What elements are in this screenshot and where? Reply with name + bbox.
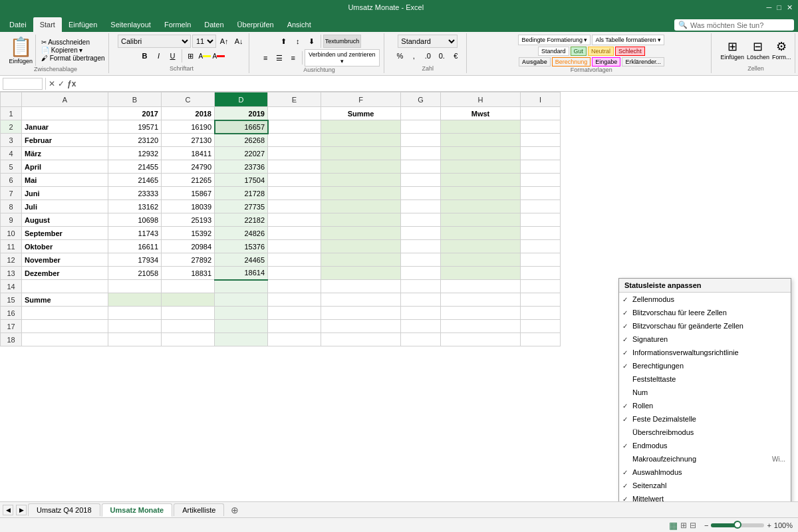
align-right-btn[interactable]: ≡ bbox=[287, 51, 300, 65]
cell-G9[interactable] bbox=[401, 213, 441, 227]
cell-F16[interactable] bbox=[321, 307, 401, 320]
cell-E5[interactable] bbox=[268, 160, 321, 174]
cell-B17[interactable] bbox=[108, 320, 162, 333]
fill-color-btn[interactable]: A bbox=[198, 49, 211, 63]
cell-E16[interactable] bbox=[268, 307, 321, 320]
row-header-9[interactable]: 9 bbox=[1, 213, 22, 227]
add-sheet-button[interactable]: ⊕ bbox=[225, 503, 244, 517]
cell-E7[interactable] bbox=[268, 187, 321, 200]
align-middle-btn[interactable]: ↕ bbox=[291, 35, 305, 48]
row-header-8[interactable]: 8 bbox=[1, 200, 22, 213]
cell-D3[interactable]: 26268 bbox=[215, 134, 268, 147]
cell-E6[interactable] bbox=[268, 174, 321, 187]
cell-A3[interactable]: Februar bbox=[22, 134, 108, 147]
format-uebertragen-button[interactable]: 🖌 Format übertragen bbox=[41, 55, 105, 62]
cell-B12[interactable]: 17934 bbox=[108, 253, 162, 267]
row-header-15[interactable]: 15 bbox=[1, 293, 22, 307]
zoom-in-btn[interactable]: + bbox=[767, 521, 771, 529]
font-size-select[interactable]: 11 bbox=[192, 35, 216, 48]
cell-F2[interactable] bbox=[321, 120, 401, 134]
bold-btn[interactable]: B bbox=[138, 49, 152, 63]
confirm-formula-icon[interactable]: ✓ bbox=[58, 79, 65, 88]
cell-G4[interactable] bbox=[401, 147, 441, 160]
cell-G17[interactable] bbox=[401, 320, 441, 333]
menu-item-berechtigungen[interactable]: ✓Berechtigungen bbox=[619, 359, 791, 372]
cell-B2[interactable]: 19571 bbox=[108, 120, 162, 134]
cell-E2[interactable] bbox=[268, 120, 321, 134]
cell-C14[interactable] bbox=[162, 280, 215, 293]
cell-C13[interactable]: 18831 bbox=[162, 267, 215, 280]
cell-B16[interactable] bbox=[108, 307, 162, 320]
cell-A2[interactable]: Januar bbox=[22, 120, 108, 134]
row-header-17[interactable]: 17 bbox=[1, 320, 22, 333]
tab-scroll-left[interactable]: ◀ bbox=[3, 505, 13, 515]
zoom-out-btn[interactable]: − bbox=[704, 521, 708, 529]
cell-G11[interactable] bbox=[401, 240, 441, 253]
cell-G7[interactable] bbox=[401, 187, 441, 200]
cell-B6[interactable]: 21465 bbox=[108, 174, 162, 187]
cell-G12[interactable] bbox=[401, 253, 441, 267]
cell-A15[interactable]: Summe bbox=[22, 293, 108, 307]
align-top-btn[interactable]: ⬆ bbox=[277, 35, 291, 48]
view-normal-btn[interactable]: ▦ bbox=[669, 520, 678, 531]
tab-formeln[interactable]: Formeln bbox=[158, 17, 198, 32]
cell-C18[interactable] bbox=[162, 333, 215, 346]
cell-F9[interactable] bbox=[321, 213, 401, 227]
font-color-btn[interactable]: A bbox=[212, 49, 225, 63]
row-header-12[interactable]: 12 bbox=[1, 253, 22, 267]
menu-item-makroaufzeichnung[interactable]: ✓MakroaufzeichnungWi... bbox=[619, 452, 791, 466]
cell-I10[interactable] bbox=[521, 227, 561, 240]
row-header-1[interactable]: 1 bbox=[1, 107, 22, 120]
cell-D16[interactable] bbox=[215, 307, 268, 320]
menu-item-rollen[interactable]: ✓Rollen bbox=[619, 399, 791, 412]
cell-E1[interactable] bbox=[268, 107, 321, 120]
cell-E17[interactable] bbox=[268, 320, 321, 333]
cell-G10[interactable] bbox=[401, 227, 441, 240]
cell-D13[interactable]: 18614 bbox=[215, 267, 268, 280]
cell-I1[interactable] bbox=[521, 107, 561, 120]
cell-F12[interactable] bbox=[321, 253, 401, 267]
kopieren-button[interactable]: 📄 Kopieren ▾ bbox=[41, 47, 105, 54]
cell-G6[interactable] bbox=[401, 174, 441, 187]
cell-G1[interactable] bbox=[401, 107, 441, 120]
cell-C2[interactable]: 16190 bbox=[162, 120, 215, 134]
cell-G13[interactable] bbox=[401, 267, 441, 280]
maximize-btn[interactable]: □ bbox=[777, 3, 781, 12]
cell-E14[interactable] bbox=[268, 280, 321, 293]
cell-E9[interactable] bbox=[268, 213, 321, 227]
cell-H12[interactable] bbox=[441, 253, 521, 267]
cell-A11[interactable]: Oktober bbox=[22, 240, 108, 253]
cell-D6[interactable]: 17504 bbox=[215, 174, 268, 187]
cell-A14[interactable] bbox=[22, 280, 108, 293]
menu-item-feste-dezimalstelle[interactable]: ✓Feste Dezimalstelle bbox=[619, 412, 791, 426]
cell-H11[interactable] bbox=[441, 240, 521, 253]
font-grow-btn[interactable]: A↑ bbox=[217, 35, 231, 48]
col-header-E[interactable]: E bbox=[268, 92, 321, 107]
cell-F15[interactable] bbox=[321, 293, 401, 307]
cell-H7[interactable] bbox=[441, 187, 521, 200]
cell-F14[interactable] bbox=[321, 280, 401, 293]
align-bottom-btn[interactable]: ⬇ bbox=[305, 35, 319, 48]
cell-A5[interactable]: April bbox=[22, 160, 108, 174]
row-header-18[interactable]: 18 bbox=[1, 333, 22, 346]
cell-C16[interactable] bbox=[162, 307, 215, 320]
cell-H3[interactable] bbox=[441, 134, 521, 147]
cell-E8[interactable] bbox=[268, 200, 321, 213]
align-left-btn[interactable]: ≡ bbox=[259, 51, 272, 65]
tab-seitenlayout[interactable]: Seitenlayout bbox=[104, 17, 158, 32]
col-header-C[interactable]: C bbox=[162, 92, 215, 107]
cell-B8[interactable]: 13162 bbox=[108, 200, 162, 213]
menu-item-endmodus[interactable]: ✓Endmodus bbox=[619, 439, 791, 452]
cell-I14[interactable] bbox=[521, 280, 561, 293]
minimize-btn[interactable]: ─ bbox=[767, 3, 772, 12]
row-header-7[interactable]: 7 bbox=[1, 187, 22, 200]
cell-I18[interactable] bbox=[521, 333, 561, 346]
bedingte-formatierung-btn[interactable]: Bedingte Formatierung ▾ bbox=[518, 35, 591, 45]
cell-H18[interactable] bbox=[441, 333, 521, 346]
font-shrink-btn[interactable]: A↓ bbox=[232, 35, 245, 48]
cell-F5[interactable] bbox=[321, 160, 401, 174]
cell-F3[interactable] bbox=[321, 134, 401, 147]
cell-F13[interactable] bbox=[321, 267, 401, 280]
cell-H6[interactable] bbox=[441, 174, 521, 187]
form-btn[interactable]: ⚙ Form... bbox=[772, 39, 791, 61]
